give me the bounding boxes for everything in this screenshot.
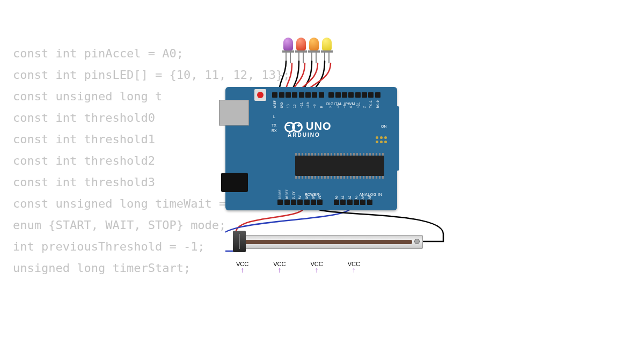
slider-knob[interactable] [233,231,246,252]
led-red [296,38,306,53]
bottom-pin-header: IOREF RESET 3.3V 5V GND GND Vin A0 A1 A2… [277,199,373,206]
digital-pin-header: AREF GND 13 12 ~11 ~10 ~9 8 7 ~6 ~5 4 ~3… [272,91,381,99]
arduino-logo: UNO [284,120,331,133]
power-jack-icon [221,173,248,192]
infinity-icon [284,122,303,131]
atmega-chip-icon [295,156,384,176]
brand-label: ARDUINO [288,132,320,138]
led-on-label: ON [381,124,387,128]
led-l-label: L [273,115,275,119]
reset-button[interactable] [254,89,266,101]
slide-potentiometer[interactable] [225,231,423,252]
arrow-up-icon: ↑ [315,267,319,273]
analog-section-label: ANALOG IN [359,193,382,196]
led-tx-label: TX [272,123,276,127]
led-yellow [322,38,332,53]
led-rx-label: RX [272,129,277,133]
led-purple [283,38,293,53]
arrow-up-icon: ↑ [352,267,356,273]
vcc-markers: VCC↑ VCC↑ VCC↑ VCC↑ [236,261,360,273]
arrow-up-icon: ↑ [277,267,281,273]
led-orange [309,38,319,53]
arduino-uno-board: AREF GND 13 12 ~11 ~10 ~9 8 7 ~6 ~5 4 ~3… [225,87,397,210]
digital-section-label: DIGITAL (PWM ~) [326,102,361,106]
usb-port-icon [219,100,249,126]
icsp-pads-icon [376,136,387,148]
power-section-label: POWER [305,193,319,196]
arrow-up-icon: ↑ [240,267,244,273]
circuit-diagram: AREF GND 13 12 ~11 ~10 ~9 8 7 ~6 ~5 4 ~3… [225,38,478,322]
model-label: UNO [306,120,331,133]
